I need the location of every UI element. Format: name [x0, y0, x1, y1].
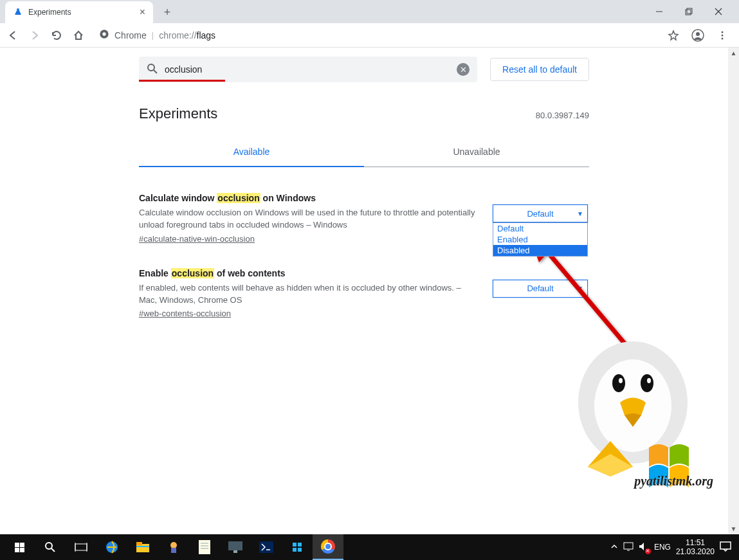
dropdown-option[interactable]: Enabled: [493, 234, 587, 245]
vertical-scrollbar[interactable]: ▲ ▼: [728, 48, 739, 534]
scroll-up-icon[interactable]: ▲: [728, 48, 739, 59]
svg-point-22: [46, 543, 52, 549]
search-input[interactable]: [165, 64, 450, 75]
profile-icon[interactable]: [689, 26, 707, 44]
chrome-taskbar-icon[interactable]: [313, 534, 343, 560]
search-taskbar-icon[interactable]: [35, 534, 66, 560]
svg-rect-38: [233, 550, 237, 553]
svg-rect-30: [136, 546, 149, 547]
powershell-icon[interactable]: [251, 534, 282, 560]
tab-title: Experiments: [28, 8, 134, 17]
scroll-down-icon[interactable]: ▼: [728, 523, 739, 534]
back-button[interactable]: [4, 26, 22, 44]
svg-point-31: [170, 542, 177, 548]
new-tab-button[interactable]: +: [158, 3, 176, 21]
flag-row: Calculate window occlusion on WindowsCal…: [139, 193, 589, 244]
maximize-button[interactable]: [680, 3, 698, 21]
flag-select[interactable]: Default▼: [493, 280, 588, 298]
svg-point-11: [722, 37, 724, 39]
svg-rect-39: [259, 541, 273, 553]
flag-description: Calculate window occlusion on Windows wi…: [139, 207, 480, 231]
svg-rect-33: [199, 540, 210, 554]
dropdown-option[interactable]: Default: [493, 223, 587, 234]
svg-point-8: [696, 32, 700, 36]
flag-row: Enable occlusion of web contentsIf enabl…: [139, 268, 589, 319]
menu-icon[interactable]: [713, 26, 731, 44]
bookmark-star-icon[interactable]: [664, 26, 682, 44]
svg-rect-24: [75, 544, 87, 550]
flag-anchor-link[interactable]: #web-contents-occlusion: [139, 309, 231, 318]
dropdown-option[interactable]: Disabled: [493, 245, 587, 256]
annotation-underline: [139, 80, 225, 82]
svg-rect-2: [687, 8, 692, 14]
svg-point-12: [148, 64, 154, 71]
tray-clock[interactable]: 11:51 21.03.2020: [676, 538, 715, 557]
app-icon-3[interactable]: [282, 534, 313, 560]
address-bar[interactable]: Chrome | chrome://flags: [91, 29, 661, 41]
browser-tab[interactable]: Experiments ×: [5, 1, 153, 23]
svg-point-9: [722, 31, 724, 33]
flag-dropdown: DefaultEnabledDisabled: [493, 222, 588, 257]
task-view-icon[interactable]: [66, 534, 96, 560]
reset-all-button[interactable]: Reset all to default: [490, 58, 589, 81]
address-prefix: Chrome: [114, 30, 147, 41]
start-button[interactable]: [4, 534, 35, 560]
svg-rect-43: [298, 548, 302, 552]
svg-line-23: [51, 548, 55, 552]
windows-taskbar: ✕ ENG 11:51 21.03.2020: [0, 534, 739, 560]
svg-rect-44: [624, 543, 633, 549]
app-icon-2[interactable]: [220, 534, 251, 560]
flask-icon: [13, 7, 23, 17]
page-title: Experiments: [139, 105, 217, 122]
svg-rect-42: [293, 548, 297, 552]
clear-search-icon[interactable]: ✕: [457, 63, 470, 76]
flag-tabs: Available Unavailable: [139, 138, 589, 167]
flag-anchor-link[interactable]: #calculate-native-win-occlusion: [139, 234, 255, 244]
minimize-button[interactable]: [650, 3, 668, 21]
tab-unavailable[interactable]: Unavailable: [364, 138, 589, 167]
version-label: 80.0.3987.149: [536, 111, 589, 120]
flag-description: If enabled, web contents will behave as …: [139, 282, 480, 307]
svg-rect-37: [228, 541, 242, 550]
browser-tab-strip: Experiments × +: [0, 0, 739, 23]
browser-toolbar: Chrome | chrome://flags: [0, 23, 739, 48]
search-icon: [147, 63, 158, 77]
forward-button[interactable]: [26, 26, 44, 44]
svg-rect-46: [720, 542, 731, 549]
tray-chevron-icon[interactable]: [610, 543, 618, 552]
flag-title: Calculate window occlusion on Windows: [139, 193, 480, 203]
explorer-icon[interactable]: [127, 534, 158, 560]
notepad-icon[interactable]: [189, 534, 220, 560]
svg-line-13: [154, 70, 157, 73]
tab-available[interactable]: Available: [139, 138, 364, 167]
tray-notifications-icon[interactable]: [720, 541, 731, 554]
search-flags-box[interactable]: ✕: [139, 57, 477, 82]
svg-rect-1: [686, 10, 691, 15]
flag-title: Enable occlusion of web contents: [139, 268, 480, 278]
home-button[interactable]: [69, 26, 87, 44]
window-close-button[interactable]: [709, 3, 727, 21]
flag-select[interactable]: Default▼: [493, 204, 588, 222]
tab-close-icon[interactable]: ×: [140, 7, 145, 17]
svg-rect-41: [298, 543, 302, 546]
reload-button[interactable]: [48, 26, 66, 44]
chrome-icon: [99, 29, 109, 41]
svg-point-10: [722, 34, 724, 36]
tray-network-icon[interactable]: [623, 542, 634, 553]
svg-rect-40: [293, 543, 297, 546]
tray-volume-icon[interactable]: ✕: [639, 542, 649, 553]
address-url: chrome://flags: [159, 30, 215, 41]
svg-point-6: [102, 32, 105, 35]
tray-language[interactable]: ENG: [654, 543, 671, 552]
app-icon-1[interactable]: [158, 534, 189, 560]
svg-rect-32: [171, 548, 176, 553]
ie-icon[interactable]: [96, 534, 127, 560]
svg-rect-29: [136, 542, 142, 545]
